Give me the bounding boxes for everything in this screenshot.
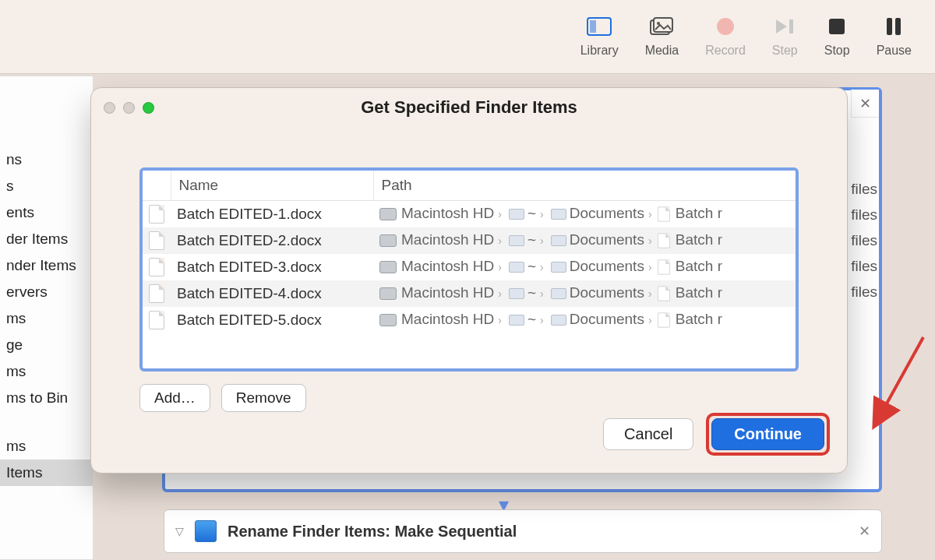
toolbar-library[interactable]: Library xyxy=(580,16,619,58)
cell-name: Batch EDITED-1.docx xyxy=(171,201,373,228)
sidebar-item[interactable]: ms xyxy=(0,433,93,460)
svg-rect-9 xyxy=(895,18,901,35)
bg-row: files xyxy=(851,258,877,284)
traffic-lights xyxy=(104,102,154,114)
toolbar-step[interactable]: Step xyxy=(772,16,798,58)
workflow-action-rename[interactable]: ▽ Rename Finder Items: Make Sequential ✕ xyxy=(164,509,882,553)
document-icon xyxy=(658,206,670,221)
background-rows: files files files files files xyxy=(851,181,877,309)
col-name[interactable]: Name xyxy=(171,171,373,201)
folder-icon xyxy=(509,209,524,220)
sidebar-item[interactable]: ms xyxy=(0,358,93,385)
cell-path: Macintosh HD›~›Documents› Batch r xyxy=(373,254,796,280)
sidebar-item[interactable]: ents xyxy=(0,199,93,226)
sidebar-item[interactable]: ms xyxy=(0,305,93,332)
sidebar-item[interactable]: ge xyxy=(0,332,93,358)
table-row[interactable]: Batch EDITED-2.docxMacintosh HD›~›Docume… xyxy=(143,227,796,254)
document-icon xyxy=(658,233,670,248)
sidebar-item[interactable]: der Items xyxy=(0,226,93,252)
add-remove-row: Add… Remove xyxy=(139,384,847,412)
highlight-annotation: Continue xyxy=(706,413,830,456)
window-zoom-icon[interactable] xyxy=(143,102,154,114)
toolbar-record-label: Record xyxy=(705,44,746,58)
cell-path: Macintosh HD›~›Documents› Batch r xyxy=(373,280,796,307)
svg-rect-1 xyxy=(590,20,596,33)
table-row[interactable]: Batch EDITED-5.docxMacintosh HD›~›Docume… xyxy=(143,307,796,333)
pause-icon xyxy=(885,16,902,37)
cell-name: Batch EDITED-5.docx xyxy=(171,307,373,333)
folder-icon xyxy=(551,209,566,220)
sidebar-item[interactable]: s xyxy=(0,173,93,199)
document-icon xyxy=(658,259,670,274)
folder-icon xyxy=(551,315,566,326)
confirm-row: Cancel Continue xyxy=(603,413,830,456)
document-icon xyxy=(149,231,164,250)
cell-path: Macintosh HD›~›Documents› Batch r xyxy=(373,307,796,333)
svg-rect-6 xyxy=(789,19,793,33)
sidebar-item[interactable]: ervers xyxy=(0,279,93,305)
cell-path: Macintosh HD›~›Documents› Batch r xyxy=(373,201,796,228)
toolbar-pause[interactable]: Pause xyxy=(877,16,912,58)
close-icon[interactable]: ✕ xyxy=(859,523,870,540)
toolbar-media-label: Media xyxy=(645,44,679,58)
stop-icon xyxy=(828,16,845,37)
toolbar-pause-label: Pause xyxy=(877,44,912,58)
table-row[interactable]: Batch EDITED-1.docxMacintosh HD›~›Docume… xyxy=(143,201,796,228)
window-close-icon[interactable] xyxy=(104,102,115,114)
bg-row: files xyxy=(851,206,877,232)
action-title: Rename Finder Items: Make Sequential xyxy=(228,523,517,541)
disk-icon xyxy=(379,234,397,247)
toolbar-record[interactable]: Record xyxy=(705,16,746,58)
toolbar: Library Media Record Step Stop Pause xyxy=(0,0,935,74)
chevron-down-icon[interactable]: ▽ xyxy=(175,525,184,537)
disk-icon xyxy=(379,208,397,220)
folder-icon xyxy=(509,235,524,246)
add-button[interactable]: Add… xyxy=(139,384,210,412)
finder-icon xyxy=(195,520,217,542)
sidebar: ns s ents der Items nder Items ervers ms… xyxy=(0,76,94,560)
dialog-titlebar: Get Specified Finder Items xyxy=(91,88,847,127)
document-icon xyxy=(149,284,164,303)
cell-name: Batch EDITED-2.docx xyxy=(171,227,373,254)
close-icon[interactable]: ✕ xyxy=(851,90,879,118)
col-path[interactable]: Path xyxy=(373,171,796,201)
items-table[interactable]: Name Path Batch EDITED-1.docxMacintosh H… xyxy=(139,167,799,372)
record-icon xyxy=(716,16,735,37)
bg-row: files xyxy=(851,284,877,309)
svg-rect-7 xyxy=(829,19,845,34)
folder-icon xyxy=(551,288,566,299)
disk-icon xyxy=(379,261,397,273)
document-icon xyxy=(658,312,670,327)
sidebar-item[interactable]: ns xyxy=(0,146,93,173)
continue-button[interactable]: Continue xyxy=(711,418,824,450)
document-icon xyxy=(149,258,164,276)
cell-path: Macintosh HD›~›Documents› Batch r xyxy=(373,227,796,254)
library-icon xyxy=(587,16,612,37)
svg-rect-8 xyxy=(887,18,892,35)
bg-row: files xyxy=(851,232,877,258)
dialog-get-specified-finder-items: Get Specified Finder Items Name Path Bat… xyxy=(90,87,848,474)
remove-button[interactable]: Remove xyxy=(221,384,306,412)
sidebar-item-selected[interactable]: Items xyxy=(0,460,93,486)
toolbar-step-label: Step xyxy=(772,44,798,58)
dialog-title: Get Specified Finder Items xyxy=(91,97,847,118)
bg-row: files xyxy=(851,181,877,206)
cancel-button[interactable]: Cancel xyxy=(603,418,693,450)
sidebar-item[interactable]: ms to Bin xyxy=(0,385,93,411)
sidebar-item[interactable]: nder Items xyxy=(0,252,93,279)
folder-icon xyxy=(551,235,566,246)
cell-name: Batch EDITED-3.docx xyxy=(171,254,373,280)
disk-icon xyxy=(379,287,397,300)
window-minimize-icon[interactable] xyxy=(123,102,135,114)
cell-name: Batch EDITED-4.docx xyxy=(171,280,373,307)
table-row[interactable]: Batch EDITED-4.docxMacintosh HD›~›Docume… xyxy=(143,280,796,307)
toolbar-library-label: Library xyxy=(580,44,619,58)
table-row[interactable]: Batch EDITED-3.docxMacintosh HD›~›Docume… xyxy=(143,254,796,280)
svg-rect-3 xyxy=(654,18,672,32)
toolbar-stop[interactable]: Stop xyxy=(824,16,850,58)
folder-icon xyxy=(509,288,524,299)
toolbar-media[interactable]: Media xyxy=(645,16,679,58)
disk-icon xyxy=(379,314,397,326)
document-icon xyxy=(149,311,164,329)
folder-icon xyxy=(509,315,524,326)
